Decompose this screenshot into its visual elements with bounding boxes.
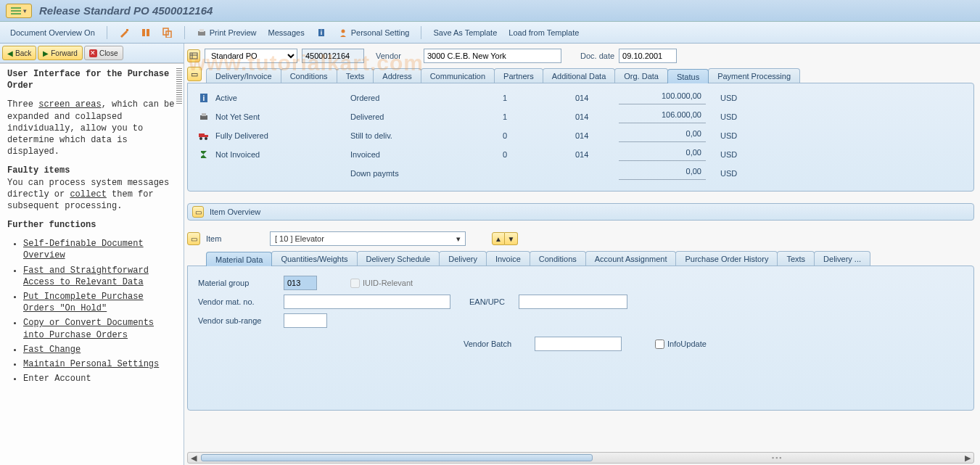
item-overview-expand-icon[interactable]: ▭ <box>192 206 204 218</box>
tab-conditions[interactable]: Conditions <box>281 68 337 83</box>
back-button[interactable]: ◀Back <box>2 46 36 60</box>
close-button[interactable]: ✕Close <box>84 46 123 60</box>
ean-upc-field[interactable] <box>519 295 627 309</box>
doc-type-select[interactable]: Standard PO <box>205 49 297 63</box>
tab-org-data[interactable]: Org. Data <box>614 68 668 83</box>
create-icon[interactable] <box>115 25 133 41</box>
header-collapse-toggle[interactable]: ▭ <box>187 67 202 81</box>
status-label: Active <box>215 94 237 102</box>
load-from-template-button[interactable]: Load from Template <box>504 25 583 41</box>
item-select[interactable]: [ 10 ] Elevator ▾ <box>270 231 466 246</box>
tab-address[interactable]: Address <box>373 68 421 83</box>
tab-status[interactable]: Status <box>667 69 709 83</box>
help-link[interactable]: Fast Change <box>23 345 81 355</box>
status-unit: 014 <box>575 128 619 143</box>
scroll-left-icon[interactable]: ◀ <box>188 453 199 463</box>
info-update-checkbox[interactable]: InfoUpdate <box>655 340 707 349</box>
tab-texts[interactable]: Texts <box>337 68 374 83</box>
save-as-template-button[interactable]: Save As Template <box>429 25 501 41</box>
help-link-collect[interactable]: collect <box>70 189 106 199</box>
tab-invoice[interactable]: Invoice <box>486 251 530 266</box>
page-title: Release Standard PO 4500012164 <box>39 4 213 17</box>
help-link[interactable]: Self-Definable Document Overview <box>23 239 144 260</box>
tab-item-texts[interactable]: Texts <box>777 251 815 266</box>
item-detail-collapse-icon[interactable]: ▭ <box>187 232 200 245</box>
tab-delivery[interactable]: Delivery <box>439 251 487 266</box>
tab-payment-processing[interactable]: Payment Processing <box>708 68 800 83</box>
status-row-label: Ordered <box>350 91 503 105</box>
chevron-down-icon: ▾ <box>456 234 461 244</box>
svg-rect-13 <box>190 53 197 59</box>
tab-delivery-more[interactable]: Delivery ... <box>814 251 870 266</box>
svg-rect-21 <box>205 135 208 137</box>
tab-account-assignment[interactable]: Account Assignment <box>585 251 677 266</box>
tab-item-conditions[interactable]: Conditions <box>530 251 586 266</box>
tab-additional-data[interactable]: Additional Data <box>543 68 616 83</box>
material-data-panel: Material group IUID-Relevant Vendor mat.… <box>187 266 974 411</box>
resize-handle[interactable] <box>176 68 182 104</box>
system-menu-icon[interactable] <box>6 4 32 18</box>
material-group-label: Material group <box>198 279 278 287</box>
horizontal-scrollbar[interactable]: ◀ ▪▪▪ ▶ <box>187 452 974 464</box>
print-preview-button[interactable]: Print Preview <box>192 25 261 41</box>
svg-text:i: i <box>320 29 322 36</box>
personal-setting-label: Personal Setting <box>351 28 410 37</box>
personal-setting-button[interactable]: Personal Setting <box>334 25 414 41</box>
separator <box>421 26 421 39</box>
item-overview-bar[interactable]: ▭ Item Overview <box>187 203 974 221</box>
help-link-screen-areas[interactable]: screen areas <box>38 99 101 110</box>
tab-delivery-schedule[interactable]: Delivery Schedule <box>357 251 440 266</box>
messages-button[interactable]: Messages <box>264 25 309 41</box>
status-qty: 0 <box>503 147 575 162</box>
vendor-sub-range-field[interactable] <box>284 313 327 328</box>
tab-material-data[interactable]: Material Data <box>206 252 272 266</box>
help-link[interactable]: Fast and Straightforward Access to Relev… <box>23 266 149 287</box>
status-panel: i Active Not Yet Sent Fully Delivered No… <box>187 83 974 192</box>
print-preview-label: Print Preview <box>210 28 257 37</box>
help-link[interactable]: Maintain Personal Settings <box>23 359 159 369</box>
help-link[interactable]: Put Incomplete Purchase Orders "On Hold" <box>23 292 144 313</box>
vendor-mat-no-label: Vendor mat. no. <box>198 297 278 306</box>
other-po-icon[interactable] <box>158 25 177 41</box>
help-link[interactable]: Copy or Convert Documents into Purchase … <box>23 318 154 340</box>
tab-po-history[interactable]: Purchase Order History <box>675 251 778 266</box>
forward-button[interactable]: ▶Forward <box>38 46 83 60</box>
svg-rect-0 <box>11 7 21 9</box>
status-label: Not Yet Sent <box>215 112 260 121</box>
title-bar: Release Standard PO 4500012164 <box>0 0 980 22</box>
back-label: Back <box>15 49 31 57</box>
scroll-thumb[interactable] <box>201 454 593 461</box>
status-row-label: Delivered <box>350 110 503 124</box>
svg-rect-1 <box>11 10 21 12</box>
tab-communication[interactable]: Communication <box>421 68 495 83</box>
scroll-track[interactable]: ▪▪▪ <box>593 454 962 461</box>
vendor-sub-range-label: Vendor sub-range <box>198 316 278 325</box>
item-prev-button[interactable]: ▲ <box>492 232 505 245</box>
iuid-checkbox-input <box>350 279 360 288</box>
scroll-right-icon[interactable]: ▶ <box>962 453 973 463</box>
info-icon[interactable]: i <box>312 25 331 41</box>
material-group-field[interactable] <box>284 276 317 290</box>
po-number-field[interactable] <box>302 49 364 63</box>
item-stepper: ▲ ▼ <box>492 232 518 245</box>
tab-delivery-invoice[interactable]: Delivery/Invoice <box>206 68 281 83</box>
doc-overview-on-button[interactable]: Document Overview On <box>6 25 99 41</box>
status-qty: 1 <box>503 91 575 105</box>
help-heading-1: User Interface for the Purchase Order <box>7 69 169 91</box>
item-next-button[interactable]: ▼ <box>505 232 518 245</box>
tab-partners[interactable]: Partners <box>494 68 543 83</box>
svg-rect-19 <box>202 113 206 116</box>
display-icon[interactable] <box>136 25 155 41</box>
vendor-batch-field[interactable] <box>535 337 622 351</box>
sigma-icon <box>198 149 210 160</box>
doc-date-field[interactable] <box>619 49 677 63</box>
tab-quantities-weights[interactable]: Quantities/Weights <box>271 251 357 266</box>
header-collapse-icon[interactable] <box>187 49 200 62</box>
info-update-input[interactable] <box>655 340 664 349</box>
iuid-relevant-checkbox: IUID-Relevant <box>350 279 413 288</box>
help-heading-2: Faulty items <box>7 165 70 176</box>
vendor-mat-no-field[interactable] <box>284 295 450 309</box>
vendor-field[interactable] <box>424 49 561 63</box>
close-label: Close <box>99 49 118 57</box>
status-amount: 100.000,00 <box>619 91 706 104</box>
